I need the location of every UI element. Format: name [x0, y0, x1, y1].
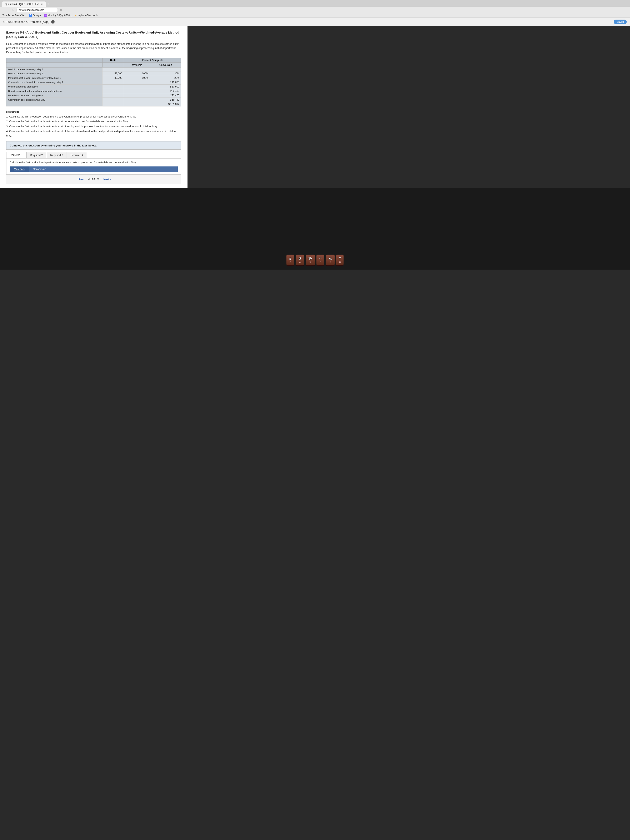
tab-required-1[interactable]: Required 1: [6, 152, 26, 158]
browser-tab[interactable]: Question 4 - QUIZ - CH 05 Exe ×: [2, 1, 46, 7]
table-row: $ 199,812: [6, 102, 181, 106]
table-row: Conversion cost added during May $ 59,74…: [6, 98, 181, 102]
navigation-bar: ‹ Prev 4 of 4 ⊞ Next ›: [6, 175, 181, 184]
inner-tab-materials[interactable]: Materials: [10, 166, 29, 172]
tab-content-area: Calculate the first production departmen…: [6, 158, 181, 175]
bookmark-texas-benefits[interactable]: Your Texas Benefits...: [2, 14, 26, 17]
texas-benefits-label: Your Texas Benefits...: [2, 14, 26, 17]
browser-chrome: Question 4 - QUIZ - CH 05 Exe × + ← → ↻ …: [0, 0, 630, 18]
required-item-1: 1. Calculate the first production depart…: [6, 115, 181, 119]
row-label: Units transferred to the next production…: [6, 89, 103, 93]
col-sub-materials: Materials: [124, 63, 150, 68]
inner-tabs-header: Materials Conversion: [10, 166, 178, 172]
page-header: CH 05 Exercises & Problems (Algo) i Save…: [0, 18, 630, 26]
next-button[interactable]: Next ›: [103, 178, 111, 181]
page-number: 4 of 4: [88, 178, 95, 181]
row-label: Conversion cost added during May: [6, 98, 103, 102]
key-7[interactable]: & 7: [326, 254, 335, 265]
bookmark-google[interactable]: G Google: [29, 14, 41, 17]
tabs-row: Required 1 Required 2 Required 3 Require…: [6, 152, 181, 158]
row-units: [103, 98, 124, 102]
required-item-2: 2. Compute the first production departme…: [6, 119, 181, 124]
col-sub-label: [6, 63, 103, 68]
complete-box-text: Complete this question by entering your …: [10, 144, 97, 147]
table-row: Materials cost added during May 273,400: [6, 93, 181, 98]
col-header-units: Units: [103, 58, 124, 63]
key-6[interactable]: ^ 6: [316, 254, 325, 265]
row-materials: [124, 98, 150, 102]
col-header-label: [6, 58, 103, 63]
exercise-title: Exercise 5-8 (Algo) Equivalent Units; Co…: [6, 30, 181, 39]
row-label: [6, 102, 103, 106]
row-label: Materials cost added during May: [6, 93, 103, 98]
row-conversion: $ 59,740: [150, 98, 181, 102]
key-5[interactable]: % 5: [306, 254, 315, 265]
tab-required-4[interactable]: Required 4: [67, 152, 87, 158]
table-row: Conversion cost in work in process inven…: [6, 80, 181, 85]
forward-button[interactable]: →: [7, 8, 10, 12]
tab-bar: Question 4 - QUIZ - CH 05 Exe × +: [0, 0, 630, 7]
row-materials: [124, 102, 150, 106]
row-conversion: [150, 68, 181, 71]
prev-button[interactable]: ‹ Prev: [77, 178, 84, 181]
tab-title: Question 4 - QUIZ - CH 05 Exe: [5, 3, 39, 6]
table-row: Work in process inventory, May 1: [6, 68, 181, 71]
data-table-container: Units Percent Complete Materials Convers…: [6, 58, 181, 106]
grid-icon[interactable]: ⊞: [97, 177, 99, 181]
row-conversion: 20%: [150, 76, 181, 80]
row-units: [103, 89, 124, 93]
dark-bg-spacer: [0, 188, 630, 250]
next-label: Next: [103, 178, 109, 181]
required-section: Required: 1. Calculate the first product…: [6, 110, 181, 138]
keyboard-area: # 3 $ 4 % 5 ^ 6 & 7 * 8: [0, 250, 630, 270]
bookmark-mylonestar[interactable]: ✦ myLoneStar Login: [75, 14, 98, 17]
required-title: Required:: [6, 110, 181, 113]
back-button[interactable]: ←: [2, 8, 5, 12]
required-item-4: 4. Compute the first production departme…: [6, 129, 181, 138]
tab-content-description: Calculate the first production departmen…: [10, 161, 178, 164]
inner-tab-conversion[interactable]: Conversion: [29, 166, 50, 172]
required-item-3: 3. Compute the first production departme…: [6, 125, 181, 129]
row-conversion: $ 49,600: [150, 80, 181, 85]
tab-required-2[interactable]: Required 2: [27, 152, 46, 158]
col-sub-conversion: Conversion: [150, 63, 181, 68]
key-3[interactable]: # 3: [286, 254, 294, 265]
complete-question-box: Complete this question by entering your …: [6, 141, 181, 150]
prev-label: Prev: [79, 178, 84, 181]
row-conversion: 30%: [150, 71, 181, 76]
row-units: 39,000: [103, 76, 124, 80]
table-row: Units transferred to the next production…: [6, 89, 181, 93]
info-icon[interactable]: i: [51, 20, 55, 24]
row-materials: [124, 80, 150, 85]
address-input[interactable]: ezto.mheducation.com: [16, 8, 58, 12]
col-sub-units: [103, 63, 124, 68]
data-table: Units Percent Complete Materials Convers…: [6, 58, 181, 106]
saved-badge: Saved: [614, 20, 627, 24]
reload-button[interactable]: ↻: [12, 8, 14, 12]
page-title-area: CH 05 Exercises & Problems (Algo) i: [3, 20, 55, 24]
row-materials: 100%: [124, 76, 150, 80]
address-text: ezto.mheducation.com: [19, 8, 44, 11]
row-units: [103, 85, 124, 89]
main-content: Exercise 5-8 (Algo) Equivalent Units; Co…: [0, 26, 188, 188]
address-bar-row: ← → ↻ ezto.mheducation.com ⚙: [0, 7, 630, 13]
page-title: CH 05 Exercises & Problems (Algo): [3, 20, 50, 24]
extensions-button[interactable]: ⚙: [60, 8, 62, 12]
row-label: Materials cost in work in process invent…: [6, 76, 103, 80]
row-materials: [124, 93, 150, 98]
tab-required-3[interactable]: Required 3: [47, 152, 66, 158]
new-tab-button[interactable]: +: [47, 2, 49, 6]
bookmark-simplify[interactable]: Sy simplify 28(x)=8700...: [44, 14, 72, 17]
mylonestar-label: myLoneStar Login: [78, 14, 98, 17]
keyboard-key-group: # 3 $ 4 % 5 ^ 6 & 7 * 8: [286, 254, 344, 265]
star-icon: ✦: [75, 14, 77, 17]
key-8[interactable]: * 8: [336, 254, 344, 265]
row-materials: [124, 89, 150, 93]
google-label: Google: [33, 14, 41, 17]
row-units: [103, 68, 124, 71]
next-arrow: ›: [110, 178, 111, 181]
row-units: [103, 102, 124, 106]
tab-close-button[interactable]: ×: [41, 3, 43, 6]
bookmarks-bar: Your Texas Benefits... G Google Sy simpl…: [0, 13, 630, 18]
key-4[interactable]: $ 4: [296, 254, 304, 265]
